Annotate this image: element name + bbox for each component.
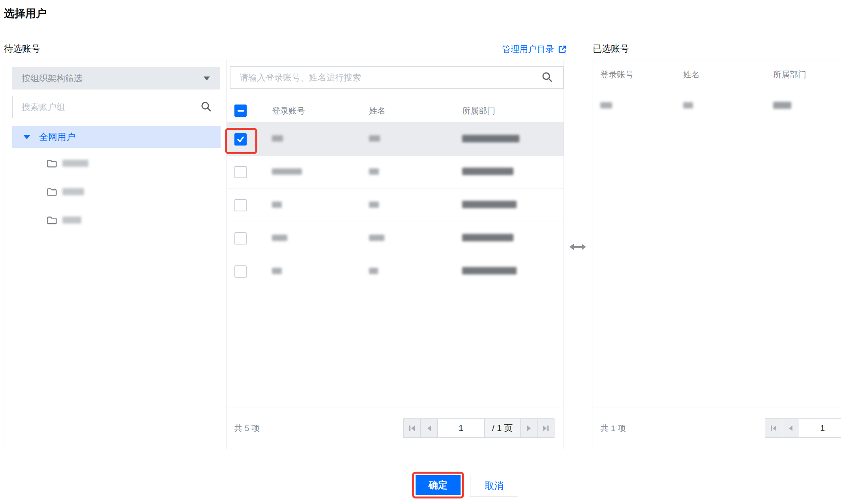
row-checkbox[interactable] [234,265,247,278]
total-count: 共 5 项 [234,423,260,434]
redacted-text [462,267,517,274]
redacted-text [369,168,379,175]
next-page-button[interactable] [520,418,538,438]
candidates-table-header: 登录账号 姓名 所属部门 [227,99,564,123]
selected-footer: 共 1 项 1 / 1 页 [592,407,841,449]
chevron-down-icon [204,77,210,80]
org-filter-placeholder: 按组织架构筛选 [22,73,82,84]
table-row[interactable] [227,123,564,156]
redacted-text [272,268,282,274]
search-icon[interactable] [200,101,212,114]
redacted-text [600,102,612,108]
row-checkbox[interactable] [234,133,247,146]
confirm-button[interactable]: 确定 [416,475,461,495]
pagination: 1 / 1 页 [765,418,841,438]
org-structure-filter-dropdown[interactable]: 按组织架构筛选 [12,67,220,90]
redacted-text [272,135,283,142]
column-header-name: 姓名 [683,69,773,80]
redacted-text [369,135,380,142]
pagination: 1 / 1 页 [404,418,554,438]
tree-folder-item[interactable] [12,209,210,231]
row-checkbox[interactable] [234,199,247,211]
row-checkbox[interactable] [234,166,247,178]
redacted-text [369,235,384,241]
search-icon[interactable] [541,71,553,84]
last-page-button[interactable] [537,418,554,438]
table-row[interactable] [227,222,564,255]
selected-accounts-label: 已选账号 [593,43,629,55]
prev-page-button[interactable] [420,418,438,438]
redacted-text [62,160,88,167]
folder-icon [47,187,57,196]
selected-accounts-panel: 登录账号 姓名 所属部门 共 1 项 1 / 1 页 [592,60,841,449]
page-number-input[interactable]: 1 [799,418,841,438]
user-search-input[interactable] [230,73,541,83]
selected-table-header: 登录账号 姓名 所属部门 [592,60,841,89]
manage-user-directory-link[interactable]: 管理用户目录 [502,43,567,55]
prev-page-button[interactable] [782,418,799,438]
page-number-input[interactable]: 1 [437,418,485,438]
manage-link-label: 管理用户目录 [502,43,554,55]
first-page-button[interactable] [403,418,421,438]
table-row[interactable] [227,156,564,189]
folder-icon [47,159,57,168]
redacted-text [272,202,282,208]
redacted-text [462,234,513,241]
redacted-text [62,217,81,224]
external-link-icon [558,45,567,54]
cancel-button[interactable]: 取消 [470,475,518,497]
column-header-name: 姓名 [369,105,462,116]
column-header-login: 登录账号 [272,105,369,116]
row-checkbox[interactable] [234,232,247,245]
table-row[interactable] [227,255,564,288]
tree-node-all-users[interactable]: 全网用户 [12,126,221,148]
redacted-text [369,268,378,274]
folder-icon [47,216,57,225]
column-header-department: 所属部门 [462,105,564,116]
redacted-text [62,188,84,195]
redacted-text [773,102,791,109]
candidates-footer: 共 5 项 1 / 1 页 [227,407,564,449]
redacted-text [369,202,379,208]
user-search-box [230,66,564,89]
tree-expand-icon[interactable] [23,135,30,139]
redacted-text [462,168,513,175]
total-count: 共 1 项 [600,423,626,434]
redacted-text [683,102,693,108]
transfer-arrow-icon [569,242,586,254]
redacted-text [272,168,302,175]
table-row[interactable] [592,89,841,123]
group-search-box [12,96,220,118]
candidates-section: 登录账号 姓名 所属部门 [227,60,564,449]
tree-folder-item[interactable] [12,180,210,203]
page-title: 选择用户 [4,6,47,21]
redacted-text [272,235,287,241]
redacted-text [462,201,517,208]
select-all-checkbox[interactable] [234,105,247,117]
tree-root-label: 全网用户 [39,131,75,143]
column-header-department: 所属部门 [773,69,841,80]
first-page-button[interactable] [765,418,782,438]
page-total-label: / 1 页 [484,418,521,438]
redacted-text [462,135,519,142]
pending-accounts-label: 待选账号 [4,43,40,55]
table-row[interactable] [227,189,564,222]
pending-accounts-panel: 按组织架构筛选 全网用户 [4,60,564,449]
column-header-login: 登录账号 [592,69,683,80]
tree-folder-item[interactable] [12,152,210,175]
group-search-input[interactable] [13,102,200,112]
